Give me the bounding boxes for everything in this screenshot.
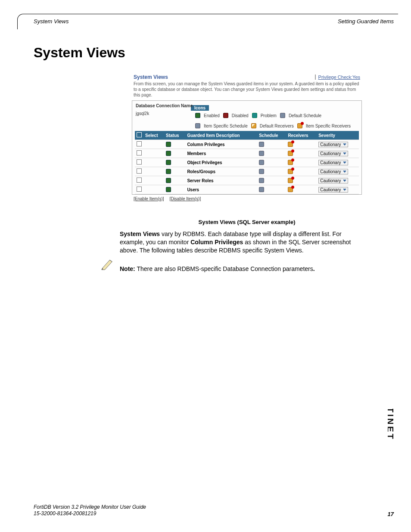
row-checkbox[interactable] [137, 187, 142, 192]
severity-select[interactable]: Cautionary [318, 160, 348, 165]
row-checkbox[interactable] [137, 177, 142, 183]
table-row: MembersCautionary [135, 149, 359, 158]
chevron-down-icon [343, 162, 346, 164]
note-label: Note: [120, 265, 135, 272]
severity-value: Cautionary [320, 160, 341, 165]
table-row: Column PrivilegesCautionary [135, 140, 359, 149]
row-checkbox[interactable] [137, 159, 142, 165]
row-schedule-icon [259, 142, 264, 147]
row-checkbox[interactable] [137, 141, 142, 146]
col-select: Select [143, 131, 164, 140]
status-enabled-icon [166, 160, 171, 165]
enabled-icon [195, 113, 200, 118]
guarded-items-table: Select Status Guarded Item Description S… [135, 131, 359, 194]
privilege-check-link[interactable]: Privilege Check:Yes [315, 75, 360, 80]
row-checkbox[interactable] [137, 168, 142, 174]
panel-description: From this screen, you can manage the Sys… [130, 81, 364, 100]
severity-select[interactable]: Cautionary [318, 151, 348, 156]
status-enabled-icon [166, 142, 171, 147]
table-row: Roles/GroupsCautionary [135, 167, 359, 176]
row-schedule-icon [259, 178, 264, 183]
chevron-down-icon [343, 143, 346, 146]
chevron-down-icon [343, 152, 346, 155]
chevron-down-icon [343, 189, 346, 191]
footer-line1: FortiDB Version 3.2 Privilege Monitor Us… [34, 504, 146, 510]
note-tail: . [313, 265, 315, 272]
item-schedule-icon [195, 123, 200, 128]
status-enabled-icon [166, 178, 171, 183]
row-receivers-icon [288, 187, 293, 192]
row-schedule-icon [259, 160, 264, 165]
severity-select[interactable]: Cautionary [318, 142, 348, 147]
severity-value: Cautionary [320, 169, 341, 174]
row-receivers-icon [288, 142, 293, 147]
embedded-screenshot: System Views Privilege Check:Yes From th… [130, 72, 364, 203]
legend-item-receivers: Item Specific Receivers [306, 124, 351, 128]
db-connection-label: Database Connection Name [136, 103, 193, 108]
col-schedule: Schedule [257, 131, 286, 140]
running-header-right: Setting Guarded Items [338, 18, 394, 25]
select-all-checkbox[interactable] [137, 132, 142, 137]
row-receivers-icon [288, 169, 293, 174]
page-title: System Views [34, 45, 125, 61]
severity-select[interactable]: Cautionary [318, 178, 348, 184]
legend-problem: Problem [261, 113, 277, 118]
row-schedule-icon [259, 169, 264, 174]
panel-title: System Views [134, 74, 168, 80]
para-mid-bold: Column Privileges [190, 239, 243, 246]
severity-value: Cautionary [320, 151, 341, 156]
row-desc: Roles/Groups [185, 167, 257, 176]
row-desc: Users [185, 185, 257, 194]
col-desc: Guarded Item Description [185, 131, 257, 140]
brand-logo: FORTINET [388, 407, 399, 493]
figure-caption: System Views (SQL Server example) [130, 219, 364, 225]
severity-value: Cautionary [320, 178, 341, 183]
enable-items-link[interactable]: [Enable Item(s)] [134, 196, 164, 201]
chevron-down-icon [343, 171, 346, 173]
legend-enabled: Enabled [204, 113, 220, 118]
row-receivers-icon [288, 178, 293, 183]
table-row: UsersCautionary [135, 185, 359, 194]
page-number: 17 [388, 511, 394, 517]
brand-logo-text: FORTINET [388, 409, 395, 441]
table-row: Server RolesCautionary [135, 176, 359, 185]
problem-icon [252, 113, 257, 118]
note-body: There are also RDBMS-specific Database C… [135, 265, 313, 272]
row-desc: Object Privileges [185, 158, 257, 167]
running-header-left: System Views [34, 18, 68, 25]
row-desc: Server Roles [185, 176, 257, 185]
icon-legend: Enabled Disabled Problem Default Schedul… [135, 111, 359, 131]
row-desc: Column Privileges [185, 140, 257, 149]
row-checkbox[interactable] [137, 150, 142, 156]
note-text: Note: There are also RDBMS-specific Data… [120, 265, 367, 272]
row-desc: Members [185, 149, 257, 158]
footer-line2: 15-32000-81364-20081219 [34, 510, 96, 516]
default-receivers-icon [251, 123, 256, 128]
col-status: Status [164, 131, 185, 140]
severity-value: Cautionary [320, 187, 341, 192]
row-schedule-icon [259, 151, 264, 156]
para-lead-bold: System Views [120, 230, 160, 237]
status-enabled-icon [166, 187, 171, 192]
severity-select[interactable]: Cautionary [318, 187, 348, 193]
footer-left: FortiDB Version 3.2 Privilege Monitor Us… [34, 504, 146, 517]
status-enabled-icon [166, 151, 171, 156]
col-severity: Severity [317, 131, 359, 140]
item-receivers-icon [297, 123, 302, 128]
disabled-icon [223, 113, 228, 118]
severity-value: Cautionary [320, 142, 341, 147]
disable-items-link[interactable]: [Disable Item(s)] [169, 196, 201, 201]
row-receivers-icon [288, 151, 293, 156]
body-paragraph: System Views vary by RDBMS. Each databas… [120, 230, 367, 255]
table-row: Object PrivilegesCautionary [135, 158, 359, 167]
legend-default-receivers: Default Receivers [260, 124, 294, 128]
db-connection-name: jgsql2k [136, 111, 149, 116]
chevron-down-icon [343, 180, 346, 182]
default-schedule-icon [280, 113, 285, 118]
legend-item-schedule: Item Specific Schedule [204, 124, 248, 128]
legend-default-schedule: Default Schedule [289, 113, 321, 118]
severity-select[interactable]: Cautionary [318, 169, 348, 174]
note-icon [101, 258, 114, 271]
row-receivers-icon [288, 160, 293, 165]
legend-disabled: Disabled [232, 113, 249, 118]
